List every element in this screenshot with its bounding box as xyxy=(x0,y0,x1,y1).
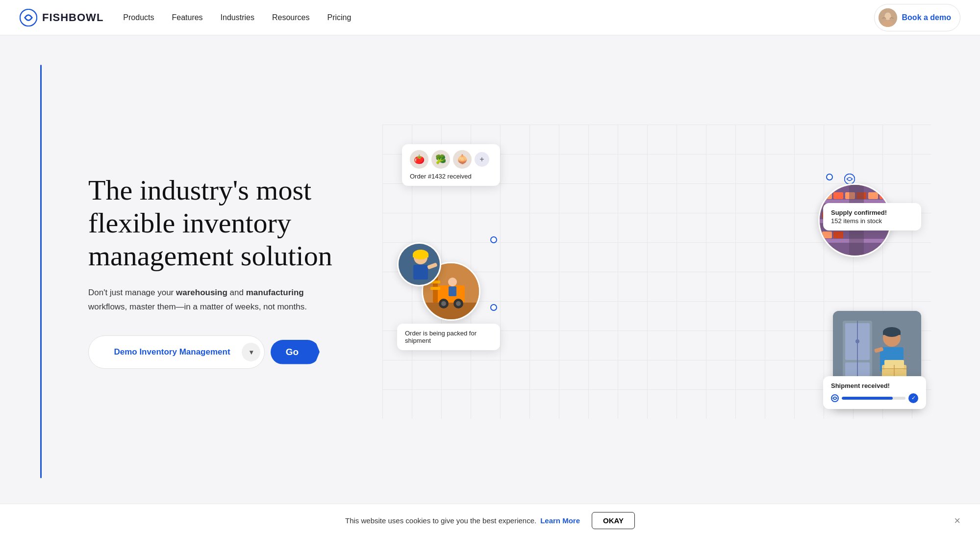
order-received-label: Order #1432 received xyxy=(410,173,472,180)
packing-card: Order is being packed for shipment xyxy=(397,324,500,350)
svg-rect-10 xyxy=(833,192,843,199)
cookie-banner: This website uses cookies to give you th… xyxy=(0,504,980,537)
nav-products[interactable]: Products xyxy=(123,13,154,22)
svg-point-2 xyxy=(884,12,891,20)
connection-dot-1 xyxy=(490,236,497,243)
order-received-card: 🍅 🥦 🧅 + Order #1432 received xyxy=(402,144,500,186)
svg-rect-49 xyxy=(883,332,901,335)
demo-inventory-button[interactable]: Demo Inventory Management ▾ xyxy=(88,335,265,369)
svg-point-4 xyxy=(845,174,855,184)
svg-rect-13 xyxy=(868,192,878,199)
supply-confirmed-sub: 152 items in stock xyxy=(831,217,913,225)
svg-point-0 xyxy=(20,9,37,26)
supply-confirmed-card: Supply confirmed! 152 items in stock xyxy=(823,203,921,230)
book-demo-button[interactable]: Book a demo xyxy=(874,4,960,31)
nav-resources[interactable]: Resources xyxy=(272,13,309,22)
hero-section: The industry's most flexible inventory m… xyxy=(0,35,980,508)
supply-confirmed-title: Supply confirmed! xyxy=(831,209,913,216)
cookie-close-button[interactable]: × xyxy=(954,514,960,527)
logo-text: FISHBOWL xyxy=(42,11,103,24)
fishbowl-progress-icon xyxy=(831,394,839,402)
svg-rect-19 xyxy=(822,231,832,238)
scroll-indicator xyxy=(33,65,48,478)
progress-fill xyxy=(842,397,893,400)
hero-headline: The industry's most flexible inventory m… xyxy=(88,174,382,272)
check-icon: ✓ xyxy=(908,393,918,403)
nav-features[interactable]: Features xyxy=(172,13,202,22)
cookie-text: This website uses cookies to give you th… xyxy=(345,516,536,525)
chevron-down-icon: ▾ xyxy=(242,343,260,361)
go-button[interactable]: Go xyxy=(271,340,320,364)
svg-rect-38 xyxy=(413,265,428,280)
connection-dot-2 xyxy=(826,174,833,180)
shipment-received-card: Shipment received! ✓ xyxy=(823,376,926,409)
food-broccoli-icon: 🥦 xyxy=(431,150,450,169)
cookie-learn-more[interactable]: Learn More xyxy=(540,516,580,525)
demo-button-label: Demo Inventory Management xyxy=(102,347,242,357)
hero-left: The industry's most flexible inventory m… xyxy=(88,174,382,368)
hero-cta: Demo Inventory Management ▾ Go xyxy=(88,335,382,369)
svg-point-32 xyxy=(448,278,457,286)
svg-point-45 xyxy=(855,339,859,343)
svg-rect-37 xyxy=(413,255,428,257)
navigation: FISHBOWL Products Features Industries Re… xyxy=(0,0,980,35)
cookie-okay-button[interactable]: OKAY xyxy=(592,512,635,529)
shipment-received-label: Shipment received! xyxy=(831,382,918,389)
avatar xyxy=(879,8,897,27)
food-tomato-icon: 🍅 xyxy=(410,150,428,169)
food-onion-icon: 🧅 xyxy=(453,150,472,169)
packing-label: Order is being packed for shipment xyxy=(405,330,477,344)
nav-pricing[interactable]: Pricing xyxy=(327,13,351,22)
nav-industries[interactable]: Industries xyxy=(221,13,254,22)
svg-rect-33 xyxy=(449,286,456,296)
hero-subtext: Don't just manage your warehousing and m… xyxy=(88,286,343,313)
book-demo-label: Book a demo xyxy=(902,13,951,22)
worker-image xyxy=(397,242,441,286)
svg-rect-20 xyxy=(833,231,843,238)
svg-point-29 xyxy=(441,301,446,306)
progress-bar xyxy=(842,397,905,400)
more-items-icon: + xyxy=(475,152,489,167)
hero-illustration: 🍅 🥦 🧅 + Order #1432 received xyxy=(382,125,931,419)
logo[interactable]: FISHBOWL xyxy=(20,9,103,26)
svg-point-31 xyxy=(456,301,461,306)
connection-dot-3 xyxy=(490,304,497,311)
svg-rect-27 xyxy=(430,287,440,290)
